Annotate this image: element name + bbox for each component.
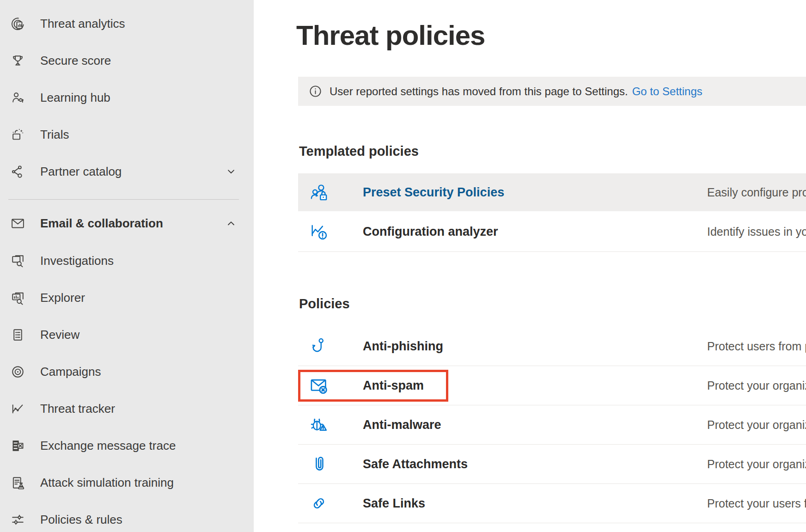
sidebar-item-label: Attack simulation training xyxy=(40,476,174,490)
policy-label[interactable]: Anti-phishing xyxy=(363,339,443,354)
chevron-up-icon xyxy=(225,217,237,229)
anti-malware-icon xyxy=(309,415,329,435)
sidebar-item-label: Threat analytics xyxy=(40,17,125,31)
attack-simulation-icon xyxy=(10,475,25,490)
sidebar-item-email-collaboration[interactable]: Email & collaboration xyxy=(0,205,254,242)
policy-row-safe-links[interactable]: Safe LinksProtect your users fr xyxy=(298,484,806,523)
partner-catalog-icon xyxy=(10,164,25,179)
policy-label[interactable]: Anti-malware xyxy=(363,418,441,432)
sidebar-item-review[interactable]: Review xyxy=(0,316,254,353)
go-to-settings-link[interactable]: Go to Settings xyxy=(632,85,702,98)
policy-description: Protect users from p xyxy=(707,340,806,353)
sidebar-item-explorer[interactable]: Explorer xyxy=(0,279,254,316)
sidebar-item-secure-score[interactable]: Secure score xyxy=(0,42,254,79)
policy-row-anti-malware[interactable]: Anti-malwareProtect your organiz xyxy=(298,405,806,445)
policy-row-preset-security-policies[interactable]: Preset Security PoliciesEasily configure… xyxy=(298,173,806,211)
info-icon xyxy=(308,84,323,98)
policy-row-configuration-analyzer[interactable]: Configuration analyzerIdentify issues in… xyxy=(298,211,806,252)
sidebar-item-label: Trials xyxy=(40,128,69,142)
policy-row-anti-phishing[interactable]: Anti-phishingProtect users from p xyxy=(298,327,806,366)
sidebar-item-label: Campaigns xyxy=(40,365,101,379)
anti-spam-icon xyxy=(309,375,329,396)
anti-phishing-icon xyxy=(309,336,329,356)
exchange-icon xyxy=(10,438,25,453)
sidebar-item-threat-analytics[interactable]: Threat analytics xyxy=(0,5,254,42)
sidebar-divider xyxy=(8,199,239,200)
policy-label[interactable]: Safe Attachments xyxy=(363,457,468,471)
sidebar-item-attack-simulation-training[interactable]: Attack simulation training xyxy=(0,464,254,501)
policy-description: Protect your organiz xyxy=(707,379,806,392)
threat-policies-page: Threat analyticsSecure scoreLearning hub… xyxy=(0,0,806,532)
policy-label[interactable]: Safe Links xyxy=(363,496,425,511)
policy-label[interactable]: Anti-spam xyxy=(363,379,424,393)
learning-hub-icon xyxy=(10,90,25,105)
sidebar-item-investigations[interactable]: Investigations xyxy=(0,242,254,279)
policy-description: Easily configure prot xyxy=(707,186,806,199)
review-icon xyxy=(10,327,25,342)
sidebar-item-label: Exchange message trace xyxy=(40,439,176,453)
sidebar-item-label: Email & collaboration xyxy=(40,216,163,231)
info-banner: User reported settings has moved from th… xyxy=(298,77,806,106)
sidebar-item-label: Explorer xyxy=(40,291,85,305)
policy-row-anti-spam[interactable]: Anti-spamProtect your organiz xyxy=(298,366,806,405)
policy-label[interactable]: Preset Security Policies xyxy=(363,185,504,200)
main-content: Threat policies User reported settings h… xyxy=(254,0,806,532)
sidebar-item-partner-catalog[interactable]: Partner catalog xyxy=(0,153,254,190)
sidebar-item-label: Investigations xyxy=(40,254,114,268)
banner-text: User reported settings has moved from th… xyxy=(330,85,628,98)
investigations-icon xyxy=(10,253,25,269)
configuration-analyzer-icon xyxy=(309,221,329,242)
sidebar-item-label: Secure score xyxy=(40,54,111,68)
policies-rules-icon xyxy=(10,512,25,527)
sidebar-item-label: Partner catalog xyxy=(40,165,122,179)
policy-description: Protect your users fr xyxy=(707,497,806,510)
sidebar-item-exchange-message-trace[interactable]: Exchange message trace xyxy=(0,427,254,464)
section-heading-templated-policies: Templated policies xyxy=(299,144,419,159)
chevron-down-icon xyxy=(225,165,237,177)
sidebar-item-label: Threat tracker xyxy=(40,402,115,416)
sidebar-item-threat-tracker[interactable]: Threat tracker xyxy=(0,390,254,427)
campaigns-icon xyxy=(10,364,25,379)
sidebar-item-label: Policies & rules xyxy=(40,513,122,527)
sidebar-item-learning-hub[interactable]: Learning hub xyxy=(0,79,254,116)
email-icon xyxy=(10,216,25,231)
safe-attachments-icon xyxy=(309,454,329,474)
sidebar-item-label: Learning hub xyxy=(40,91,110,105)
policy-row-safe-attachments[interactable]: Safe AttachmentsProtect your organiz xyxy=(298,445,806,484)
policy-label[interactable]: Configuration analyzer xyxy=(363,224,498,238)
trials-icon xyxy=(10,127,25,142)
sidebar-item-policies-rules[interactable]: Policies & rules xyxy=(0,501,254,532)
page-title: Threat policies xyxy=(296,19,485,51)
section-heading-policies: Policies xyxy=(299,296,350,312)
secure-score-icon xyxy=(10,53,25,68)
sidebar: Threat analyticsSecure scoreLearning hub… xyxy=(0,0,254,532)
policy-description: Identify issues in you xyxy=(707,225,806,238)
threat-tracker-icon xyxy=(10,401,25,416)
sidebar-item-label: Review xyxy=(40,328,79,342)
safe-links-icon xyxy=(309,493,329,514)
threat-analytics-icon xyxy=(10,16,25,31)
policy-description: Protect your organiz xyxy=(707,418,806,432)
explorer-icon xyxy=(10,290,25,306)
sidebar-item-trials[interactable]: Trials xyxy=(0,116,254,153)
sidebar-item-campaigns[interactable]: Campaigns xyxy=(0,353,254,390)
preset-security-icon xyxy=(309,182,329,202)
policy-description: Protect your organiz xyxy=(707,458,806,471)
